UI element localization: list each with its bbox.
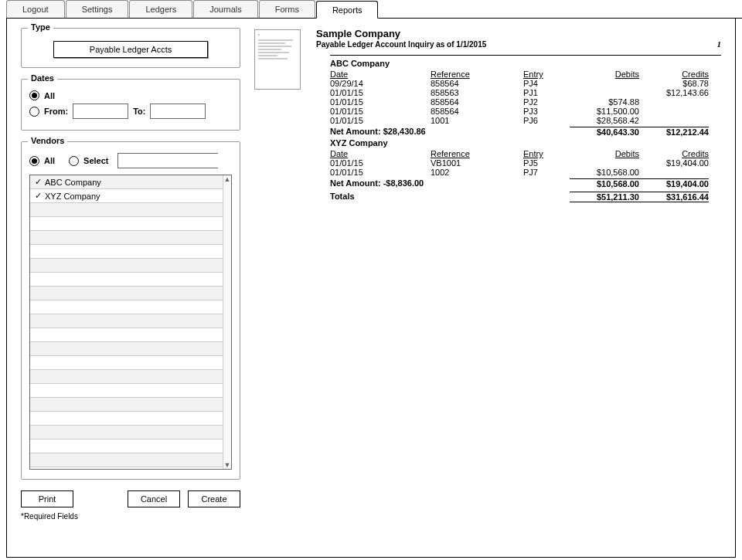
vendor-list-scrollbar[interactable]: ▲ ▼ [223, 175, 231, 469]
cell-date: 01/01/15 [330, 107, 431, 116]
tab-reports[interactable]: Reports [316, 1, 379, 19]
type-group: Type Payable Ledger Accts [21, 28, 240, 68]
cell-date: 09/29/14 [330, 79, 431, 88]
report-totals-row: Totals $51,211.30 $31,616.44 [330, 192, 721, 202]
scroll-up-icon[interactable]: ▲ [223, 175, 231, 183]
vendor-row[interactable]: ✓ABC Company [30, 175, 231, 189]
cell-reference: 858564 [431, 107, 523, 116]
cell-credits: $19,404.00 [639, 158, 709, 168]
print-button[interactable]: Print [21, 490, 73, 507]
vendor-row-empty [30, 440, 231, 453]
cancel-button[interactable]: Cancel [128, 490, 180, 507]
cell-credits [639, 107, 709, 116]
type-group-title: Type [28, 22, 53, 32]
cell-debits: $11,500.00 [570, 107, 639, 116]
col-credits-header: Credits [639, 149, 709, 158]
vendors-select-radio[interactable] [69, 156, 79, 166]
cell-debits: $28,568.42 [570, 116, 639, 125]
dates-to-label: To: [133, 107, 145, 116]
col-credits-header: Credits [639, 70, 709, 79]
cell-credits: $68.78 [639, 79, 709, 88]
report-column-headers: DateReferenceEntryDebitsCredits [330, 149, 721, 158]
vendor-row-empty [30, 245, 231, 259]
vendor-row-empty [30, 370, 231, 384]
cell-reference: 858564 [431, 79, 523, 88]
create-button[interactable]: Create [188, 490, 240, 507]
tab-settings[interactable]: Settings [66, 0, 129, 18]
cell-reference: 1001 [431, 116, 523, 125]
report-preview: Sample Company Payable Ledger Account In… [316, 26, 721, 549]
check-icon: ✓ [35, 191, 42, 201]
dates-all-label: All [44, 91, 55, 100]
report-company-title: Sample Company [316, 28, 721, 39]
cell-entry: PJ1 [523, 88, 570, 97]
cell-date: 01/01/15 [330, 168, 431, 177]
col-date-header: Date [330, 70, 431, 79]
action-row: Print Cancel Create [21, 490, 240, 507]
vendor-name: XYZ Company [45, 192, 100, 201]
cell-credits [639, 97, 709, 107]
vendor-list[interactable]: ✓ABC Company✓XYZ Company ▲ ▼ [29, 175, 232, 470]
cell-entry: PJ5 [523, 158, 570, 168]
date-from-input[interactable] [73, 104, 128, 119]
dates-all-radio[interactable] [29, 90, 39, 100]
vendors-group: Vendors All Select ✓ABC Company✓XYZ Comp… [21, 141, 240, 480]
cell-debits [570, 79, 639, 88]
cell-entry: PJ7 [523, 168, 570, 177]
tab-forms[interactable]: Forms [259, 0, 315, 18]
dates-from-radio[interactable] [29, 107, 39, 117]
type-select-button[interactable]: Payable Ledger Accts [53, 41, 208, 58]
net-debits: $10,568.00 [570, 178, 639, 188]
net-label: Net Amount: $28,430.86 [330, 127, 570, 137]
vendor-row-empty [30, 426, 231, 440]
cell-reference: 1002 [431, 168, 523, 177]
totals-credits: $31,616.44 [639, 192, 709, 202]
vendor-row-empty [30, 398, 231, 412]
col-debits-header: Debits [570, 149, 639, 158]
net-credits: $12,212.44 [639, 127, 709, 137]
cell-date: 01/01/15 [330, 88, 431, 97]
tab-bar: Logout Settings Ledgers Journals Forms R… [6, 0, 742, 19]
dates-group: Dates All From: To: [21, 79, 240, 131]
cell-entry: PJ6 [523, 116, 570, 125]
vendor-row-empty [30, 217, 231, 231]
report-subtitle: Payable Ledger Account Inquiry as of 1/1… [316, 40, 717, 49]
tab-logout[interactable]: Logout [6, 0, 65, 18]
cell-entry: PJ2 [523, 97, 570, 107]
vendors-group-title: Vendors [28, 136, 67, 145]
cell-credits [639, 116, 709, 125]
scroll-down-icon[interactable]: ▼ [223, 461, 231, 469]
report-column-headers: DateReferenceEntryDebitsCredits [330, 70, 721, 79]
tab-ledgers[interactable]: Ledgers [129, 0, 192, 18]
vendor-row-empty [30, 287, 231, 300]
vendor-search-input[interactable] [123, 154, 230, 168]
totals-debits: $51,211.30 [570, 192, 639, 202]
date-to-input[interactable] [150, 104, 206, 119]
vendor-row[interactable]: ✓XYZ Company [30, 189, 231, 203]
report-section-name: ABC Company [330, 59, 721, 68]
vendor-row-empty [30, 412, 231, 426]
check-icon: ✓ [35, 177, 42, 187]
report-net-row: Net Amount: -$8,836.00$10,568.00$19,404.… [330, 178, 721, 188]
vendor-row-empty [30, 314, 231, 328]
cell-credits: $12,143.66 [639, 88, 709, 97]
vendor-row-empty [30, 384, 231, 398]
vendors-all-radio[interactable] [29, 156, 39, 166]
page-thumbnail-column: ■ [254, 26, 316, 549]
page-thumbnail[interactable]: ■ [254, 29, 301, 90]
report-section-name: XYZ Company [330, 138, 721, 148]
cell-debits [570, 158, 639, 168]
col-ref-header: Reference [431, 149, 523, 158]
report-data-row: 01/01/151002PJ7$10,568.00 [330, 168, 721, 177]
tab-journals[interactable]: Journals [193, 0, 258, 18]
vendor-row-empty [30, 300, 231, 314]
cell-entry: PJ3 [523, 107, 570, 116]
cell-date: 01/01/15 [330, 158, 431, 168]
vendor-row-empty [30, 328, 231, 342]
vendor-search-box[interactable] [117, 153, 218, 168]
vendor-row-empty [30, 356, 231, 370]
cell-date: 01/01/15 [330, 97, 431, 107]
col-debits-header: Debits [570, 70, 639, 79]
report-data-row: 01/01/15VB1001PJ5$19,404.00 [330, 158, 721, 168]
vendor-row-empty [30, 453, 231, 467]
